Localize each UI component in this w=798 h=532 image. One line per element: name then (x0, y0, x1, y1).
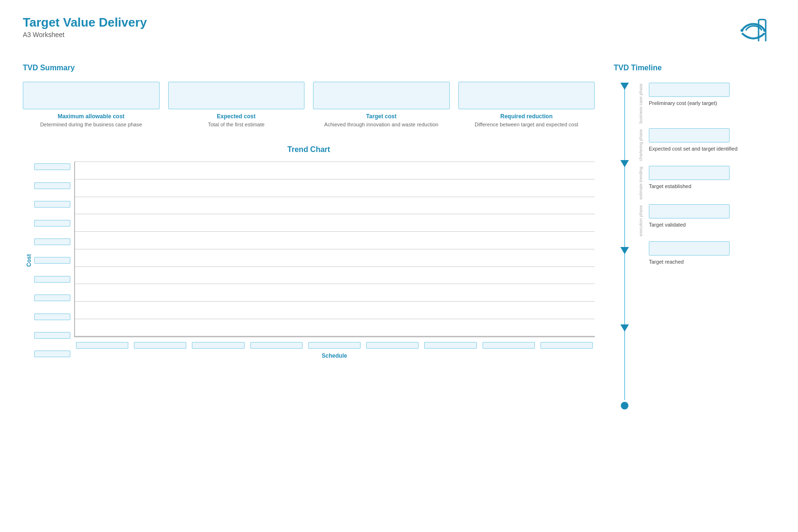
y-axis-label: Cost (23, 254, 32, 267)
y-tick-10 (34, 332, 70, 339)
triangle-4 (620, 324, 629, 332)
triangle-1 (620, 83, 629, 90)
y-tick-8 (34, 294, 70, 301)
y-tick-2 (34, 182, 70, 189)
chart-grid (74, 162, 595, 337)
grid-lines (75, 162, 595, 336)
card-label-3: Target cost (313, 113, 450, 120)
grid-line-8 (75, 284, 595, 284)
phase-5: Target reached (638, 240, 775, 273)
phase-3: estimate trending Target established (638, 165, 775, 201)
summary-card-4: Required reduction Difference between ta… (458, 82, 595, 128)
x-tick-3 (192, 342, 244, 349)
phase-1-label: business case phase (638, 82, 645, 125)
logo (732, 15, 775, 48)
phase-5-box (649, 241, 730, 256)
marker-3 (620, 247, 629, 254)
grid-line-10 (75, 319, 595, 319)
phase-4: execution phase Target validated (638, 203, 775, 238)
subtitle: A3 Worksheet (23, 31, 147, 38)
left-panel: TVD Summary Maximum allowable cost Deter… (23, 64, 595, 409)
grid-line-2 (75, 179, 595, 180)
y-tick-9 (34, 314, 70, 320)
y-tick-11 (34, 351, 70, 357)
x-tick-1 (76, 342, 128, 349)
phase-2-box (649, 128, 730, 142)
grid-line-4 (75, 214, 595, 214)
phase-2: chartering phase Expected cost set and t… (638, 127, 775, 163)
main-title: Target Value Delivery (23, 15, 147, 30)
timeline: business case phase Preliminary cost (ea… (614, 82, 775, 409)
marker-2 (620, 160, 629, 167)
phase-2-content: Expected cost set and target identified (649, 127, 775, 163)
summary-card-2: Expected cost Total of the first estimat… (168, 82, 305, 128)
tvd-timeline-heading: TVD Timeline (614, 64, 775, 72)
x-tick-6 (366, 342, 418, 349)
svg-point-3 (763, 29, 766, 32)
grid-line-5 (75, 231, 595, 232)
timeline-spine-col (614, 82, 636, 409)
y-tick-1 (34, 163, 70, 170)
card-desc-1: Determined during the business case phas… (23, 121, 160, 128)
card-box-3 (313, 82, 450, 109)
phase-3-content: Target established (649, 165, 775, 201)
grid-line-9 (75, 301, 595, 302)
x-tick-4 (250, 342, 303, 349)
phase-5-content: Target reached (649, 240, 775, 273)
triangle-2 (620, 160, 629, 167)
marker-4 (620, 324, 629, 332)
x-axis-row (74, 342, 595, 349)
triangle-3 (620, 247, 629, 254)
marker-1 (620, 83, 629, 90)
trend-chart-title: Trend Chart (23, 145, 595, 154)
grid-line-7 (75, 266, 595, 267)
card-box-1 (23, 82, 160, 109)
marker-5 (621, 402, 628, 409)
y-tick-3 (34, 201, 70, 208)
y-tick-6 (34, 257, 70, 264)
card-desc-3: Achieved through innovation and waste re… (313, 121, 450, 128)
timeline-content-col: business case phase Preliminary cost (ea… (636, 82, 775, 409)
content-area: TVD Summary Maximum allowable cost Deter… (23, 64, 775, 409)
x-tick-8 (483, 342, 535, 349)
phase-4-label: execution phase (638, 203, 645, 238)
phase-3-box (649, 166, 730, 180)
phase-1-content: Preliminary cost (early target) (649, 82, 775, 125)
phase-2-label: chartering phase (638, 127, 645, 163)
page: Target Value Delivery A3 Worksheet (0, 0, 798, 532)
x-tick-2 (134, 342, 186, 349)
card-box-4 (458, 82, 595, 109)
phase-1-text: Preliminary cost (early target) (649, 100, 775, 107)
grid-line-3 (75, 197, 595, 197)
y-tick-5 (34, 238, 70, 245)
svg-point-2 (741, 29, 743, 32)
summary-card-1: Maximum allowable cost Determined during… (23, 82, 160, 128)
summary-cards: Maximum allowable cost Determined during… (23, 82, 595, 128)
chart-area: Schedule (74, 162, 595, 359)
phase-2-text: Expected cost set and target identified (649, 145, 775, 152)
x-tick-9 (541, 342, 593, 349)
phase-4-text: Target validated (649, 221, 775, 228)
y-tick-4 (34, 220, 70, 227)
x-axis-label: Schedule (74, 352, 595, 359)
y-axis-container: Cost (23, 162, 32, 359)
spine-line (624, 89, 625, 400)
phase-3-text: Target established (649, 183, 775, 190)
grid-line-6 (75, 249, 595, 249)
phase-5-label-spacer (638, 240, 645, 273)
card-label-1: Maximum allowable cost (23, 113, 160, 120)
y-tick-7 (34, 276, 70, 283)
phase-1: business case phase Preliminary cost (ea… (638, 82, 775, 125)
card-box-2 (168, 82, 305, 109)
tvd-summary-heading: TVD Summary (23, 64, 595, 72)
card-desc-2: Total of the first estimate (168, 121, 305, 128)
header: Target Value Delivery A3 Worksheet (23, 15, 775, 48)
x-tick-5 (308, 342, 361, 349)
phase-4-content: Target validated (649, 203, 775, 238)
summary-card-3: Target cost Achieved through innovation … (313, 82, 450, 128)
grid-line-11 (75, 336, 595, 336)
phase-1-box (649, 83, 730, 97)
phase-4-box (649, 204, 730, 218)
phase-5-text: Target reached (649, 258, 775, 266)
grid-line-1 (75, 162, 595, 162)
